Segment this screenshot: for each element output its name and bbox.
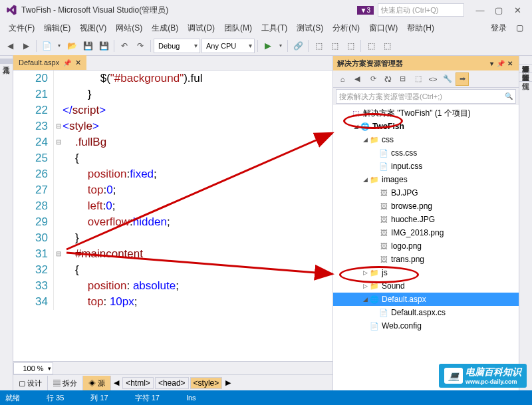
new-project-button[interactable]: 📄 bbox=[39, 39, 54, 53]
fold-marker-icon[interactable]: ⊟ bbox=[53, 134, 63, 150]
tab-close-icon[interactable]: ✕ bbox=[75, 59, 81, 67]
notification-badge[interactable]: ▼3 bbox=[357, 6, 374, 15]
sln-preview-button[interactable]: ➡ bbox=[456, 72, 469, 86]
menu-debug[interactable]: 调试(D) bbox=[183, 21, 219, 35]
panel-pin-icon[interactable]: 📌 bbox=[496, 60, 505, 67]
tree-solution-root[interactable]: ⬚解决方案 "TwoFish" (1 个项目) bbox=[333, 106, 519, 120]
save-button[interactable]: 💾 bbox=[80, 39, 95, 53]
nav-fwd-button[interactable]: ▶ bbox=[19, 39, 33, 53]
tab-default-aspx[interactable]: Default.aspx 📌 ✕ bbox=[13, 55, 86, 70]
tree-file-webconfig[interactable]: 📄Web.config bbox=[333, 319, 519, 333]
menu-window[interactable]: 窗口(W) bbox=[364, 21, 402, 35]
view-design-button[interactable]: ▢ 设计 bbox=[13, 376, 48, 390]
new-dropdown-icon[interactable]: ▾ bbox=[55, 39, 63, 53]
sln-view-button[interactable]: <> bbox=[426, 72, 440, 86]
tree-file[interactable]: 📄Default.aspx.cs bbox=[333, 306, 519, 319]
crumb-prev-icon[interactable]: ◀ bbox=[111, 378, 122, 387]
toolbox-tab[interactable]: 工具箱 bbox=[0, 59, 13, 64]
tree-file[interactable]: 🖼IMG_2018.png bbox=[333, 226, 519, 239]
tree-file[interactable]: 🖼logo.png bbox=[333, 239, 519, 253]
status-line: 行 35 bbox=[47, 393, 64, 403]
panel-close-icon[interactable]: ✕ bbox=[505, 60, 515, 67]
solution-panel-header[interactable]: 解决方案资源管理器 ▾ 📌 ✕ bbox=[333, 56, 519, 70]
save-all-button[interactable]: 💾 bbox=[96, 39, 111, 53]
right-tab-properties[interactable]: 属性 bbox=[519, 73, 532, 82]
tree-file[interactable]: 📄input.css bbox=[333, 160, 519, 173]
tree-file[interactable]: 🖼BJ.JPG bbox=[333, 186, 519, 200]
open-button[interactable]: 📂 bbox=[65, 39, 79, 53]
menu-help[interactable]: 帮助(H) bbox=[402, 21, 439, 35]
close-button[interactable]: ✕ bbox=[508, 3, 527, 17]
sln-properties-button[interactable]: 🔧 bbox=[441, 72, 454, 86]
sln-showall-button[interactable]: ⬚ bbox=[412, 72, 425, 86]
tool-button-3[interactable]: ⬚ bbox=[343, 39, 358, 53]
sln-home-button[interactable]: ⌂ bbox=[336, 72, 349, 86]
code-body[interactable]: $("#background").ful }</script><style> .… bbox=[63, 70, 332, 361]
view-split-button[interactable]: ▤ 拆分 bbox=[48, 376, 83, 390]
menu-website[interactable]: 网站(S) bbox=[111, 21, 147, 35]
crumb-head[interactable]: <head> bbox=[155, 377, 189, 389]
code-editor[interactable]: 20 21 22 23 24 25 26 27 28 29 30 31 32 3… bbox=[13, 70, 332, 361]
solution-tree[interactable]: ⬚解决方案 "TwoFish" (1 个项目) 🌐TwoFish 📁css 📄c… bbox=[333, 105, 519, 390]
right-tab-solution[interactable]: 解决方案资源管理器 bbox=[519, 56, 532, 65]
status-ready: 就绪 bbox=[5, 393, 20, 403]
tool-button-4[interactable]: ⬚ bbox=[364, 39, 378, 53]
tree-folder-js[interactable]: 📁js bbox=[333, 266, 519, 279]
window-title: TwoFish - Microsoft Visual Studio(管理员) bbox=[21, 5, 168, 16]
login-avatar-icon[interactable]: ▢ bbox=[511, 21, 528, 35]
menu-view[interactable]: 视图(V) bbox=[75, 21, 111, 35]
redo-button[interactable]: ↷ bbox=[133, 39, 148, 53]
solution-search-input[interactable]: 搜索解决方案资源管理器(Ctrl+;) bbox=[336, 89, 516, 104]
fold-marker-icon[interactable]: ⊟ bbox=[53, 118, 63, 134]
pin-icon[interactable]: 📌 bbox=[63, 59, 71, 67]
menu-build[interactable]: 生成(B) bbox=[147, 21, 183, 35]
crumb-html[interactable]: <html> bbox=[122, 377, 154, 389]
minimize-button[interactable]: — bbox=[471, 3, 489, 17]
sln-back-button[interactable]: ◀ bbox=[350, 72, 364, 86]
tree-file[interactable]: 🖼browse.png bbox=[333, 200, 519, 213]
start-debug-button[interactable]: ▶ bbox=[261, 39, 275, 53]
maximize-button[interactable]: ▢ bbox=[489, 3, 508, 17]
sln-refresh-button[interactable]: 🗘 bbox=[381, 72, 394, 86]
tree-folder-css[interactable]: 📁css bbox=[333, 133, 519, 146]
menu-test[interactable]: 测试(S) bbox=[292, 21, 328, 35]
menu-team[interactable]: 团队(M) bbox=[219, 21, 257, 35]
nav-back-button[interactable]: ◀ bbox=[3, 39, 17, 53]
tree-file[interactable]: 🖼huoche.JPG bbox=[333, 213, 519, 226]
menubar: 文件(F) 编辑(E) 视图(V) 网站(S) 生成(B) 调试(D) 团队(M… bbox=[0, 20, 532, 36]
tool-button-1[interactable]: ⬚ bbox=[311, 39, 326, 53]
tree-folder-sound[interactable]: 📁Sound bbox=[333, 279, 519, 293]
config-combo[interactable]: Debug bbox=[154, 39, 200, 53]
browser-link-button[interactable]: 🔗 bbox=[291, 39, 305, 53]
zoom-combo[interactable]: 100 % bbox=[13, 362, 53, 374]
panel-menu-icon[interactable]: ▾ bbox=[487, 60, 496, 67]
platform-combo[interactable]: Any CPU bbox=[201, 39, 255, 53]
editor-footer: 100 % bbox=[13, 361, 332, 374]
quicklaunch-input[interactable]: 快速启动 (Ctrl+Q) bbox=[378, 3, 464, 17]
right-tab-team[interactable]: 团队资源管理器 bbox=[519, 65, 532, 73]
tree-project[interactable]: 🌐TwoFish bbox=[333, 120, 519, 133]
crumb-style[interactable]: <style> bbox=[190, 377, 223, 389]
menu-file[interactable]: 文件(F) bbox=[4, 21, 39, 35]
tree-folder-images[interactable]: 📁images bbox=[333, 173, 519, 186]
login-link[interactable]: 登录 bbox=[486, 21, 511, 35]
tree-file[interactable]: 📄css.css bbox=[333, 146, 519, 160]
fold-column: ⊟ ⊟ ⊟ bbox=[53, 70, 63, 361]
tab-label: Default.aspx bbox=[19, 59, 59, 67]
crumb-next-icon[interactable]: ▶ bbox=[223, 378, 233, 387]
menu-edit[interactable]: 编辑(E) bbox=[39, 21, 75, 35]
sln-sync-button[interactable]: ⟳ bbox=[366, 72, 380, 86]
vs-logo-icon bbox=[5, 4, 17, 16]
view-source-button[interactable]: ◈ 源 bbox=[83, 376, 111, 390]
undo-button[interactable]: ↶ bbox=[117, 39, 132, 53]
fold-marker-icon[interactable]: ⊟ bbox=[53, 246, 63, 262]
tree-file[interactable]: 🖼trans.png bbox=[333, 253, 519, 266]
start-dropdown-icon[interactable]: ▾ bbox=[277, 39, 285, 53]
menu-analyze[interactable]: 分析(N) bbox=[328, 21, 364, 35]
menu-tools[interactable]: 工具(T) bbox=[257, 21, 292, 35]
tool-button-2[interactable]: ⬚ bbox=[327, 39, 342, 53]
tree-file-default-aspx[interactable]: 🌐Default.aspx bbox=[333, 293, 519, 306]
tool-button-5[interactable]: ⬚ bbox=[380, 39, 394, 53]
sln-collapse-button[interactable]: ⊟ bbox=[396, 72, 409, 86]
right-dock: 解决方案资源管理器 团队资源管理器 属性 bbox=[519, 56, 532, 390]
